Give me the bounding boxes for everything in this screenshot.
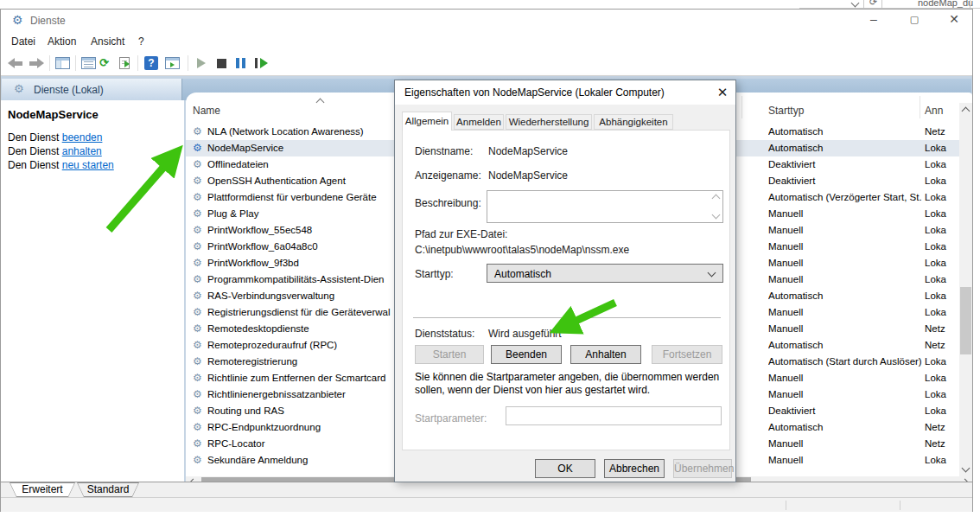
service-gear-icon: ⚙ [193, 355, 202, 367]
export-list-icon[interactable] [119, 57, 130, 69]
menu-hilfe[interactable]: ? [138, 35, 144, 48]
action-prefix: Den Dienst [8, 159, 62, 171]
dienststatus-value: Wird ausgeführt [488, 328, 562, 340]
textbox-scroll-down-icon[interactable] [712, 211, 721, 220]
show-action-pane-icon[interactable] [165, 57, 180, 69]
service-gear-icon: ⚙ [193, 322, 202, 335]
menu-datei[interactable]: Datei [11, 35, 35, 48]
column-header-name[interactable]: Name [193, 105, 220, 117]
scroll-up-icon[interactable] [962, 107, 970, 116]
forward-icon[interactable] [28, 58, 44, 68]
uebernehmen-button[interactable]: Übernehmen [673, 459, 732, 478]
service-starttyp: Manuell [768, 307, 922, 317]
service-name-cell: ⚙RAS-Verbindungsverwaltung [186, 288, 395, 304]
service-name-cell: ⚙Remoteprozeduraufruf (RPC) [186, 337, 395, 354]
tab-erweitert[interactable]: Erweitert [10, 482, 75, 497]
action-prefix: Den Dienst [8, 131, 62, 144]
starttyp-dropdown[interactable]: Automatisch [487, 264, 723, 283]
service-starttyp: Automatisch (Start durch Auslöser) [768, 356, 922, 367]
title-bar: ⚙ Dienste – ▢ ✕ [1, 10, 972, 32]
service-name: PrintWorkflow_55ec548 [207, 225, 312, 235]
stop-service-icon[interactable] [217, 59, 226, 68]
service-name: Richtlinienergebnissatzanbieter [207, 389, 346, 399]
minimize-button[interactable]: – [859, 10, 888, 30]
pause-service-icon[interactable] [236, 58, 246, 68]
back-icon[interactable] [8, 58, 24, 68]
pause-service-link[interactable]: anhalten [62, 145, 102, 157]
stop-service-link[interactable]: beenden [62, 131, 103, 144]
statusbar-divider [900, 501, 900, 510]
restart-service-icon[interactable] [255, 58, 269, 68]
service-starttyp: Deaktiviert [768, 176, 922, 186]
dienstname-value: NodeMapService [488, 145, 568, 157]
screen: ⟳ nodeMap_du ⚙ Dienste – ▢ ✕ Datei Aktio… [0, 0, 980, 517]
dialog-title: Eigenschaften von NodeMapService (Lokale… [404, 86, 665, 99]
startparameter-input[interactable] [506, 406, 722, 425]
divider [799, 0, 980, 9]
tab-label: Erweitert [22, 483, 62, 495]
service-name-cell: ⚙PrintWorkflow_55ec548 [186, 222, 395, 239]
toolbar-separator [75, 55, 76, 71]
column-divider[interactable] [920, 96, 920, 118]
maximize-button[interactable]: ▢ [900, 10, 929, 30]
service-gear-icon: ⚙ [193, 290, 202, 302]
service-name: Remoteregistrierung [207, 356, 297, 367]
dienstname-label: Dienstname: [415, 145, 473, 157]
dialog-close-icon[interactable]: ✕ [713, 84, 732, 101]
service-anmelden: Loka [925, 389, 948, 399]
dialog-title-bar: Eigenschaften von NodeMapService (Lokale… [395, 80, 735, 105]
starten-button[interactable]: Starten [415, 345, 484, 364]
service-name-cell: ⚙Richtlinie zum Entfernen der Scmartcard [186, 370, 395, 386]
tab-allgemein[interactable]: Allgemein [402, 112, 452, 131]
beenden-button[interactable]: Beenden [491, 345, 562, 364]
service-anmelden: Loka [925, 307, 948, 317]
tab-wiederherstellung[interactable]: Wiederherstellung [506, 114, 592, 130]
textbox-scroll-up-icon[interactable] [712, 195, 721, 203]
anhalten-button[interactable]: Anhalten [570, 345, 641, 364]
service-name-cell: ⚙Registrierungsdienst für die Geräteverw… [186, 304, 395, 321]
scope-node-tab[interactable]: ⚙ Dienste (Lokal) [2, 79, 182, 100]
toolbar-separator [137, 55, 138, 71]
restart-service-link[interactable]: neu starten [62, 159, 114, 171]
service-name-cell: ⚙OpenSSH Authentication Agent [186, 173, 395, 189]
fortsetzen-button[interactable]: Fortsetzen [652, 345, 722, 364]
menu-ansicht[interactable]: Ansicht [91, 35, 124, 48]
starttyp-selected-value: Automatisch [494, 268, 551, 280]
service-action-line: Den Dienst anhalten [8, 145, 102, 157]
refresh-icon[interactable]: ⟳ [99, 56, 109, 69]
service-anmelden: Loka [925, 159, 948, 169]
tab-standard[interactable]: Standard [77, 482, 139, 497]
column-header-anmelden[interactable]: Ann [925, 105, 943, 117]
service-anmelden: Loka [925, 405, 948, 416]
tab-abhaengigkeiten[interactable]: Abhängigkeiten [594, 114, 673, 130]
service-anmelden: Loka [925, 356, 948, 367]
scroll-down-icon[interactable] [962, 464, 970, 473]
column-divider[interactable] [741, 96, 742, 118]
service-anmelden: Netz [925, 438, 948, 449]
show-console-tree-icon[interactable] [55, 57, 70, 69]
service-name: Richtlinie zum Entfernen der Scmartcard [207, 373, 385, 383]
service-anmelden: Netz [925, 126, 948, 137]
service-name-cell: ⚙NLA (Network Location Awareness) [186, 124, 395, 140]
vertical-scrollbar[interactable] [959, 103, 972, 476]
chevron-down-icon [708, 269, 716, 278]
service-action-line: Den Dienst beenden [8, 131, 102, 144]
service-action-line: Den Dienst neu starten [8, 159, 114, 171]
tab-anmelden[interactable]: Anmelden [454, 114, 504, 130]
close-button[interactable]: ✕ [939, 10, 969, 30]
service-name: Programmkompatibilitäts-Assistent-Dien [207, 274, 385, 284]
ok-button[interactable]: OK [535, 459, 595, 478]
column-header-starttyp[interactable]: Starttyp [768, 105, 804, 117]
statusbar-divider [786, 501, 786, 510]
service-gear-icon: ⚙ [193, 405, 202, 417]
service-gear-icon: ⚙ [193, 207, 202, 220]
abbrechen-button[interactable]: Abbrechen [604, 459, 665, 478]
service-gear-icon: ⚙ [193, 240, 202, 252]
service-gear-icon: ⚙ [193, 158, 202, 170]
vertical-scrollbar-thumb[interactable] [960, 287, 971, 354]
console-list-icon[interactable] [81, 57, 96, 69]
menu-aktion[interactable]: Aktion [48, 35, 76, 48]
help-icon[interactable]: ? [144, 56, 158, 70]
beschreibung-textarea[interactable] [487, 190, 723, 223]
start-service-icon[interactable] [197, 58, 206, 68]
